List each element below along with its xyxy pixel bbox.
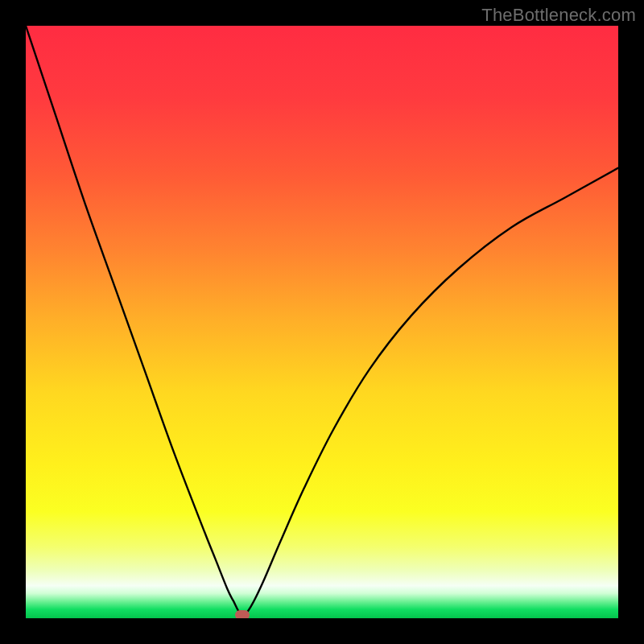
chart-frame: TheBottleneck.com [0,0,644,644]
bottleneck-curve [26,26,618,618]
minimum-marker [235,610,250,618]
watermark-text: TheBottleneck.com [481,5,636,26]
plot-area [26,26,618,618]
